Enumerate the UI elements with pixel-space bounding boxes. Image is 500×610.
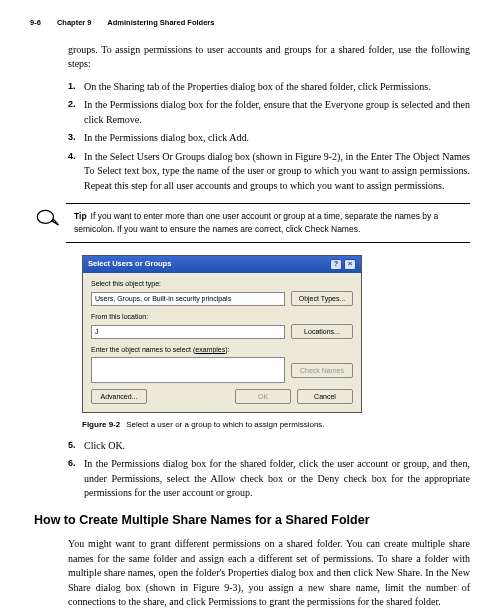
figure-number: Figure 9-2 — [82, 420, 120, 429]
close-icon[interactable]: × — [344, 259, 356, 270]
locations-button[interactable]: Locations... — [291, 324, 353, 339]
step-text: In the Permissions dialog box for the sh… — [84, 457, 470, 501]
step-num: 3. — [68, 131, 84, 146]
figure-text: Select a user or a group to which to ass… — [126, 420, 324, 429]
ok-button[interactable]: OK — [235, 389, 291, 404]
tip-icon — [34, 203, 60, 229]
location-field[interactable]: J — [91, 325, 285, 339]
advanced-button[interactable]: Advanced... — [91, 389, 147, 404]
page-header: 9-6 Chapter 9 Administering Shared Folde… — [30, 18, 470, 29]
svg-point-0 — [37, 211, 53, 224]
steps-list-2: 5.Click OK. 6.In the Permissions dialog … — [68, 439, 470, 501]
step-num: 2. — [68, 98, 84, 127]
page-number: 9-6 — [30, 18, 41, 27]
step-num: 4. — [68, 150, 84, 194]
dialog-titlebar: Select Users or Groups ? × — [83, 256, 361, 273]
check-names-button[interactable]: Check Names — [291, 363, 353, 378]
step-num: 6. — [68, 457, 84, 501]
location-label: From this location: — [91, 312, 353, 322]
tip-text: If you want to enter more than one user … — [74, 211, 438, 234]
tip-label: Tip — [74, 211, 87, 221]
examples-link[interactable]: examples — [195, 346, 225, 353]
object-type-label: Select this object type: — [91, 279, 353, 289]
object-names-field[interactable] — [91, 357, 285, 383]
cancel-button[interactable]: Cancel — [297, 389, 353, 404]
object-type-field[interactable]: Users, Groups, or Built-in security prin… — [91, 292, 285, 306]
step-num: 5. — [68, 439, 84, 454]
step-text: On the Sharing tab of the Properties dia… — [84, 80, 470, 95]
object-names-label: Enter the object names to select (exampl… — [91, 345, 353, 355]
tip-callout: TipIf you want to enter more than one us… — [34, 203, 470, 243]
steps-list-1: 1.On the Sharing tab of the Properties d… — [68, 80, 470, 194]
step-text: Click OK. — [84, 439, 470, 454]
step-text: In the Permissions dialog box, click Add… — [84, 131, 470, 146]
intro-paragraph: groups. To assign permissions to user ac… — [68, 43, 470, 72]
dialog-screenshot: Select Users or Groups ? × Select this o… — [82, 255, 470, 413]
chapter-label: Chapter 9 — [57, 18, 92, 27]
section-body: You might want to grant different permis… — [68, 537, 470, 610]
step-text: In the Select Users Or Groups dialog box… — [84, 150, 470, 194]
figure-caption: Figure 9-2Select a user or a group to wh… — [82, 419, 470, 431]
chapter-title: Administering Shared Folders — [107, 18, 214, 27]
object-types-button[interactable]: Object Types... — [291, 291, 353, 306]
section-heading: How to Create Multiple Share Names for a… — [34, 511, 470, 529]
help-icon[interactable]: ? — [330, 259, 342, 270]
dialog-title: Select Users or Groups — [88, 259, 171, 270]
step-text: In the Permissions dialog box for the fo… — [84, 98, 470, 127]
step-num: 1. — [68, 80, 84, 95]
